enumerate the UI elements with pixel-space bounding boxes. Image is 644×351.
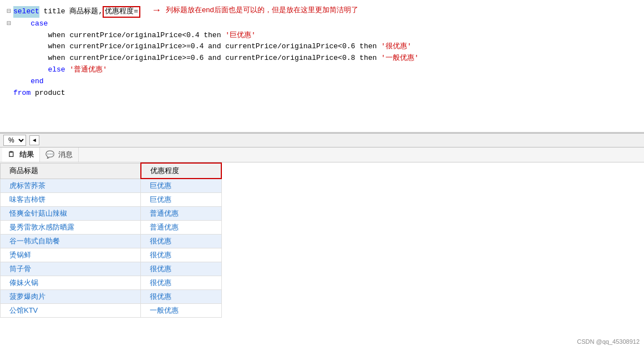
- table-cell-6-0: 筒子骨: [1, 262, 141, 276]
- table-cell-1-1: 巨优惠: [141, 193, 221, 207]
- table-cell-2-0: 怪爽金针菇山辣椒: [1, 207, 141, 221]
- code-line-8: from product: [0, 88, 644, 99]
- table-row: 曼秀雷敦水感防晒露普通优惠: [1, 221, 222, 235]
- code-string4: '普通优惠': [69, 64, 107, 76]
- line-gutter-1: ⊟: [4, 6, 13, 18]
- table-row: 虎标苦荞茶巨优惠: [1, 179, 222, 193]
- table-cell-6-1: 很优惠: [141, 262, 221, 276]
- col-header-discount: 优惠程度: [141, 163, 221, 179]
- line-gutter-2: ⊟: [4, 18, 13, 30]
- code-indent2: [13, 64, 48, 76]
- table-row: 傣妹火锅很优惠: [1, 276, 222, 290]
- table-cell-4-1: 很优惠: [141, 235, 221, 248]
- keyword-end: end: [31, 76, 43, 88]
- tabs-row: 🗒 结果 💬 消息: [0, 147, 644, 162]
- annotation: → 列标题放在end后面也是可以的，但是放在这里更加简洁明了: [147, 2, 358, 18]
- code-string3: '一般优惠': [381, 53, 419, 64]
- table-cell-1-0: 味客吉柿饼: [1, 193, 141, 207]
- code-line-5: when currentPrice/originalPrice>=0.6 and…: [0, 53, 644, 64]
- table-header-row: 商品标题 优惠程度: [1, 163, 222, 179]
- table-cell-5-1: 很优惠: [141, 248, 221, 262]
- table-cell-8-0: 菠萝爆肉片: [1, 290, 141, 304]
- toolbar: % ◄: [0, 133, 644, 147]
- table-cell-5-0: 烫锅鲜: [1, 248, 141, 262]
- tab-results-icon: 🗒: [8, 150, 15, 159]
- table-row: 谷一韩式自助餐很优惠: [1, 235, 222, 248]
- annotation-text: 列标题放在end后面也是可以的，但是放在这里更加简洁明了: [166, 4, 358, 16]
- keyword-case: case: [31, 18, 48, 30]
- code-space: [65, 64, 70, 76]
- table-cell-0-1: 巨优惠: [141, 179, 221, 193]
- code-when2: when currentPrice/originalPrice>=0.4 and…: [13, 41, 381, 53]
- keyword-else: else: [48, 64, 65, 76]
- table-body: 虎标苦荞茶巨优惠味客吉柿饼巨优惠怪爽金针菇山辣椒普通优惠曼秀雷敦水感防晒露普通优…: [1, 179, 222, 318]
- table-row: 烫锅鲜很优惠: [1, 248, 222, 262]
- code-line-2: ⊟ case: [0, 18, 644, 30]
- code-line-9: [0, 99, 644, 110]
- code-text: title: [39, 6, 70, 18]
- result-table-wrap: 商品标题 优惠程度 虎标苦荞茶巨优惠味客吉柿饼巨优惠怪爽金针菇山辣椒普通优惠曼秀…: [0, 162, 644, 347]
- col-alias-highlight: 优惠程度=: [103, 6, 140, 18]
- table-row: 味客吉柿饼巨优惠: [1, 193, 222, 207]
- table-row: 公馆KTV一般优惠: [1, 304, 222, 318]
- editor-area: ⊟ select title 商品标题 , 优惠程度= → 列标题放在end后面…: [0, 0, 644, 133]
- table-row: 筒子骨很优惠: [1, 262, 222, 276]
- watermark: CSDN @qq_45308912: [577, 338, 640, 345]
- code-line-6: else '普通优惠': [0, 64, 644, 76]
- table-cell-0-0: 虎标苦荞茶: [1, 179, 141, 193]
- zoom-select[interactable]: %: [3, 135, 26, 146]
- arrow-icon: →: [151, 2, 161, 18]
- table-cell-3-0: 曼秀雷敦水感防晒露: [1, 221, 141, 235]
- table-cell-8-1: 很优惠: [141, 290, 221, 304]
- table-cell-9-1: 一般优惠: [141, 304, 221, 318]
- col-header-title: 商品标题: [1, 163, 141, 179]
- tab-messages-label: 消息: [58, 150, 73, 159]
- table-row: 菠萝爆肉片很优惠: [1, 290, 222, 304]
- code-string1: '巨优惠': [225, 30, 256, 42]
- tab-messages[interactable]: 💬 消息: [40, 147, 79, 162]
- code-string2: '很优惠': [381, 41, 412, 53]
- scroll-left-btn[interactable]: ◄: [29, 135, 39, 145]
- code-line-3: when currentPrice/originalPrice<0.4 then…: [0, 30, 644, 42]
- code-when1: when currentPrice/originalPrice<0.4 then: [13, 30, 225, 42]
- code-indent3: [13, 76, 31, 88]
- tab-results-label: 结果: [19, 150, 34, 159]
- code-table: product: [31, 88, 65, 99]
- keyword-from: from: [13, 88, 31, 99]
- table-cell-3-1: 普通优惠: [141, 221, 221, 235]
- result-table: 商品标题 优惠程度 虎标苦荞茶巨优惠味客吉柿饼巨优惠怪爽金针菇山辣椒普通优惠曼秀…: [0, 162, 222, 318]
- table-cell-4-0: 谷一韩式自助餐: [1, 235, 141, 248]
- code-when3: when currentPrice/originalPrice>=0.6 and…: [13, 53, 381, 64]
- col-title-label: 商品标题: [69, 6, 98, 18]
- code-comma: ,: [98, 6, 103, 18]
- table-cell-9-0: 公馆KTV: [1, 304, 141, 318]
- tab-messages-icon: 💬: [45, 150, 54, 159]
- table-cell-2-1: 普通优惠: [141, 207, 221, 221]
- tab-results[interactable]: 🗒 结果: [2, 147, 40, 162]
- table-row: 怪爽金针菇山辣椒普通优惠: [1, 207, 222, 221]
- code-indent: [13, 18, 31, 30]
- table-cell-7-1: 很优惠: [141, 276, 221, 290]
- keyword-select: select: [13, 6, 39, 18]
- code-line-1: ⊟ select title 商品标题 , 优惠程度= → 列标题放在end后面…: [0, 2, 644, 18]
- table-cell-7-0: 傣妹火锅: [1, 276, 141, 290]
- code-line-4: when currentPrice/originalPrice>=0.4 and…: [0, 41, 644, 53]
- bottom-area: 🗒 结果 💬 消息 商品标题 优惠程度 虎标苦荞茶巨优惠味客吉柿饼巨优惠怪爽金针…: [0, 147, 644, 347]
- code-line-7: end: [0, 76, 644, 88]
